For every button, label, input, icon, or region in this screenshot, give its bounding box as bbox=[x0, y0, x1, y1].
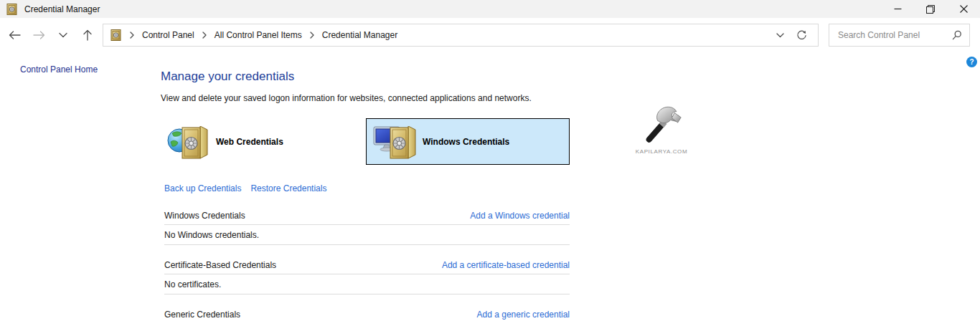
section-empty-text: No Windows credentials. bbox=[164, 225, 570, 245]
page-description: View and delete your saved logon informa… bbox=[161, 93, 570, 103]
restore-credentials-link[interactable]: Restore Credentials bbox=[250, 183, 326, 193]
search-input[interactable] bbox=[837, 29, 952, 41]
web-credentials-icon bbox=[166, 122, 211, 162]
hammer-icon bbox=[638, 102, 685, 144]
windows-credentials-tile[interactable]: Windows Credentials bbox=[366, 118, 570, 165]
refresh-button[interactable] bbox=[791, 26, 812, 44]
back-button[interactable] bbox=[6, 26, 24, 44]
breadcrumb-chevron-icon bbox=[199, 30, 209, 40]
up-button[interactable] bbox=[78, 26, 97, 44]
chevron-down-icon bbox=[59, 32, 67, 38]
address-bar[interactable]: Control Panel All Control Panel Items Cr… bbox=[103, 24, 819, 47]
certificate-credentials-section: Certificate-Based Credentials Add a cert… bbox=[164, 260, 570, 294]
add-certificate-credential-link[interactable]: Add a certificate-based credential bbox=[442, 260, 570, 270]
close-button[interactable] bbox=[947, 0, 980, 18]
breadcrumb-all-control-panel-items[interactable]: All Control Panel Items bbox=[212, 30, 305, 40]
web-credentials-tile[interactable]: Web Credentials bbox=[161, 118, 366, 165]
watermark-text: KAPILARYA.COM bbox=[626, 148, 697, 155]
search-icon[interactable] bbox=[952, 30, 962, 40]
refresh-icon bbox=[796, 30, 807, 41]
tile-label: Web Credentials bbox=[216, 137, 283, 147]
close-icon bbox=[960, 5, 968, 13]
help-button[interactable]: ? bbox=[966, 57, 977, 67]
add-windows-credential-link[interactable]: Add a Windows credential bbox=[470, 211, 570, 221]
window-title: Credential Manager bbox=[24, 4, 100, 14]
restore-button[interactable] bbox=[914, 0, 947, 18]
credential-actions: Back up Credentials Restore Credentials bbox=[164, 183, 570, 193]
content-area: ? Control Panel Home Manage your credent… bbox=[0, 52, 980, 321]
tile-label: Windows Credentials bbox=[423, 137, 509, 147]
section-empty-text: No certificates. bbox=[164, 274, 570, 294]
address-dropdown-button[interactable] bbox=[769, 26, 791, 44]
section-title: Windows Credentials bbox=[164, 211, 245, 221]
back-arrow-icon bbox=[9, 30, 21, 40]
recent-pages-dropdown[interactable] bbox=[54, 26, 72, 44]
watermark: KAPILARYA.COM bbox=[626, 102, 697, 155]
titlebar: Credential Manager bbox=[0, 0, 980, 18]
credential-type-tiles: Web Credentials bbox=[161, 118, 570, 165]
credential-manager-window: Credential Manager bbox=[0, 0, 980, 321]
search-box[interactable] bbox=[829, 24, 970, 47]
main-pane: Manage your credentials View and delete … bbox=[161, 52, 570, 321]
minimize-button[interactable] bbox=[881, 0, 914, 18]
navigation-bar: Control Panel All Control Panel Items Cr… bbox=[0, 18, 980, 52]
section-title: Generic Credentials bbox=[164, 310, 240, 320]
windows-credentials-icon bbox=[373, 122, 418, 162]
section-title: Certificate-Based Credentials bbox=[164, 260, 276, 270]
windows-credentials-section: Windows Credentials Add a Windows creden… bbox=[164, 211, 570, 245]
add-generic-credential-link[interactable]: Add a generic credential bbox=[477, 310, 570, 320]
breadcrumb-chevron-icon bbox=[307, 30, 317, 40]
vault-icon[interactable] bbox=[110, 29, 122, 41]
credential-sections: Windows Credentials Add a Windows creden… bbox=[164, 211, 570, 321]
generic-credentials-section: Generic Credentials Add a generic creden… bbox=[164, 310, 570, 321]
breadcrumb-control-panel[interactable]: Control Panel bbox=[139, 30, 197, 40]
sidebar-item-control-panel-home[interactable]: Control Panel Home bbox=[20, 64, 98, 75]
vault-icon bbox=[6, 4, 18, 15]
restore-icon bbox=[926, 5, 935, 14]
breadcrumb-chevron-icon bbox=[127, 30, 137, 40]
question-mark-icon: ? bbox=[969, 58, 974, 66]
forward-button[interactable] bbox=[30, 26, 49, 44]
forward-arrow-icon bbox=[33, 30, 45, 40]
up-arrow-icon bbox=[83, 29, 93, 41]
breadcrumb-credential-manager[interactable]: Credential Manager bbox=[319, 30, 400, 40]
chevron-down-icon bbox=[776, 33, 784, 38]
page-title: Manage your credentials bbox=[161, 70, 570, 84]
backup-credentials-link[interactable]: Back up Credentials bbox=[164, 183, 241, 193]
